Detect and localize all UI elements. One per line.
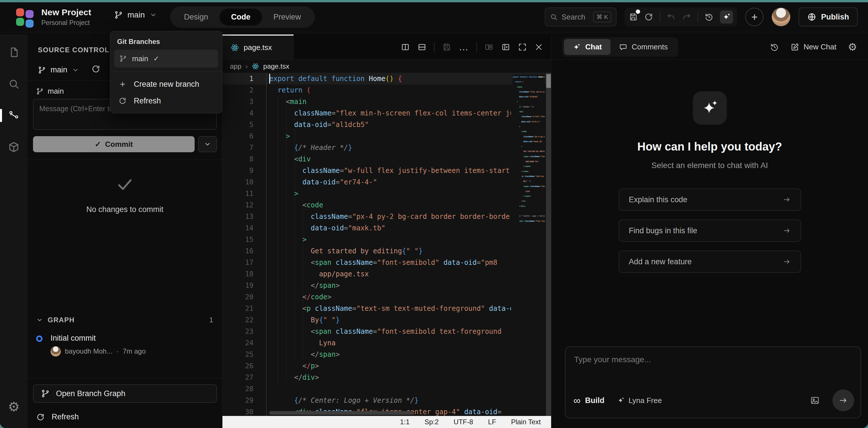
model-selector[interactable]: Lyna Free bbox=[617, 396, 662, 405]
chat-input-container: ∞ Build Lyna Free bbox=[565, 346, 861, 418]
git-branch-icon bbox=[114, 11, 123, 19]
graph-section-header[interactable]: GRAPH 1 bbox=[36, 316, 214, 324]
graph-refresh-label: Refresh bbox=[52, 412, 79, 421]
commit-row: ✓ Commit bbox=[33, 136, 217, 152]
commit-button[interactable]: ✓ Commit bbox=[33, 136, 195, 152]
tab-comments[interactable]: Comments bbox=[611, 39, 677, 55]
source-control-icon[interactable] bbox=[0, 102, 28, 129]
new-panel-icon[interactable] bbox=[485, 42, 494, 52]
user-avatar[interactable] bbox=[772, 7, 790, 26]
search-icon bbox=[550, 13, 557, 21]
split-horizontal-icon[interactable] bbox=[417, 42, 427, 52]
git-branch-icon bbox=[119, 55, 127, 62]
status-eol: LF bbox=[488, 418, 496, 426]
meta-separator: · bbox=[116, 347, 119, 355]
plus-icon: + bbox=[118, 79, 127, 90]
line-number: 19 bbox=[222, 280, 253, 291]
status-encoding: UTF-8 bbox=[454, 418, 473, 426]
breadcrumb[interactable]: app › page.tsx bbox=[222, 60, 551, 73]
fullscreen-icon[interactable] bbox=[518, 42, 527, 52]
model-label: Lyna Free bbox=[629, 396, 662, 405]
save-file-icon[interactable] bbox=[442, 42, 451, 52]
add-button[interactable]: + bbox=[745, 8, 764, 26]
suggestion-label: Add a new feature bbox=[629, 257, 692, 266]
suggestion-find-bugs[interactable]: Find bugs in this file bbox=[619, 220, 801, 242]
collapse-panel-icon[interactable] bbox=[501, 42, 510, 52]
line-number: 24 bbox=[222, 337, 253, 349]
panel-branch-label: main bbox=[51, 65, 67, 75]
ai-sparkles-button[interactable] bbox=[720, 10, 733, 24]
arrow-right-icon bbox=[783, 196, 791, 204]
graph-refresh-button[interactable]: Refresh bbox=[36, 412, 79, 421]
chat-settings-gear-icon[interactable]: ⚙ bbox=[848, 41, 857, 53]
line-number: 2 bbox=[222, 84, 253, 96]
scrollbar-thumb[interactable] bbox=[546, 74, 551, 88]
minimap[interactable]: export default function Home() { return … bbox=[513, 75, 545, 416]
version-history-icon[interactable] bbox=[704, 12, 714, 22]
branch-option-label: main bbox=[132, 54, 148, 63]
create-branch-item[interactable]: + Create new branch bbox=[114, 76, 218, 92]
refresh-branches-label: Refresh bbox=[134, 96, 161, 106]
files-icon[interactable] bbox=[0, 38, 28, 66]
line-number: 16 bbox=[222, 245, 253, 257]
sparkle-icon bbox=[617, 397, 625, 404]
branch-option-main[interactable]: main ✓ bbox=[114, 50, 218, 67]
tab-preview[interactable]: Preview bbox=[262, 9, 313, 26]
close-editor-icon[interactable] bbox=[534, 43, 543, 51]
commit-node-icon bbox=[36, 336, 42, 342]
suggestion-explain-code[interactable]: Explain this code bbox=[619, 189, 801, 211]
chat-message-input[interactable] bbox=[565, 347, 861, 390]
publish-button[interactable]: Publish bbox=[799, 7, 858, 26]
commit-options-button[interactable] bbox=[198, 136, 217, 152]
settings-gear-icon[interactable]: ⚙ bbox=[0, 393, 28, 421]
editor-toolbar: … bbox=[401, 34, 551, 59]
line-number: 20 bbox=[222, 291, 253, 303]
ai-sparkle-badge bbox=[693, 91, 727, 125]
header-branch-selector[interactable]: main bbox=[114, 10, 157, 20]
editor-tab-page-tsx[interactable]: page.tsx bbox=[222, 34, 293, 59]
editor-tab-bar: page.tsx … bbox=[222, 34, 551, 60]
chat-history-icon[interactable] bbox=[770, 42, 779, 52]
breadcrumb-file[interactable]: page.tsx bbox=[263, 62, 289, 70]
sparkle-icon bbox=[701, 99, 719, 117]
search-sidebar-icon[interactable] bbox=[0, 70, 28, 98]
line-number-gutter: 1234567891011121314151617181920212223242… bbox=[222, 73, 266, 416]
refresh-button[interactable] bbox=[644, 12, 653, 22]
redo-button[interactable] bbox=[682, 12, 691, 22]
project-brand[interactable]: New Project Personal Project bbox=[16, 7, 91, 27]
undo-button[interactable] bbox=[666, 12, 676, 22]
breadcrumb-dir[interactable]: app bbox=[230, 62, 241, 70]
horizontal-scrollbar[interactable] bbox=[269, 411, 413, 415]
search-shortcut: ⌘ K bbox=[593, 11, 612, 22]
line-number: 8 bbox=[222, 153, 253, 165]
tab-design[interactable]: Design bbox=[173, 9, 220, 26]
more-options-icon[interactable]: … bbox=[459, 41, 469, 53]
split-vertical-icon[interactable] bbox=[401, 42, 410, 52]
dropdown-title: Git Branches bbox=[117, 38, 218, 46]
attach-image-icon[interactable] bbox=[810, 396, 820, 405]
new-chat-button[interactable]: New Chat bbox=[790, 42, 836, 51]
send-button[interactable] bbox=[832, 390, 854, 411]
panel-branch-selector[interactable]: main bbox=[38, 65, 79, 75]
open-branch-graph-button[interactable]: Open Branch Graph bbox=[33, 384, 217, 403]
suggestion-add-feature[interactable]: Add a new feature bbox=[619, 251, 801, 273]
search-input[interactable]: Search ⌘ K bbox=[545, 7, 617, 26]
refresh-branches-item[interactable]: Refresh bbox=[114, 92, 218, 109]
empty-state: No changes to commit bbox=[28, 175, 222, 214]
react-icon bbox=[252, 63, 259, 70]
commit-list-item[interactable]: Initial commit bayoudh Moh... · 7m ago bbox=[36, 334, 146, 356]
branch-refresh-icon[interactable] bbox=[91, 64, 100, 74]
vertical-scrollbar[interactable] bbox=[546, 73, 551, 416]
tab-code[interactable]: Code bbox=[220, 9, 262, 26]
tab-chat[interactable]: Chat bbox=[564, 39, 611, 55]
build-mode-toggle[interactable]: ∞ Build bbox=[574, 395, 604, 406]
git-branches-dropdown: Git Branches main ✓ + Create new branch … bbox=[110, 31, 222, 113]
code-area[interactable]: 1234567891011121314151617181920212223242… bbox=[222, 73, 551, 416]
commit-author: bayoudh Moh... bbox=[65, 347, 112, 355]
text-cursor bbox=[269, 74, 270, 84]
packages-icon[interactable] bbox=[0, 133, 28, 161]
author-avatar bbox=[51, 346, 61, 356]
save-button[interactable] bbox=[629, 12, 638, 22]
active-indicator bbox=[0, 109, 2, 122]
arrow-right-icon bbox=[783, 258, 791, 266]
